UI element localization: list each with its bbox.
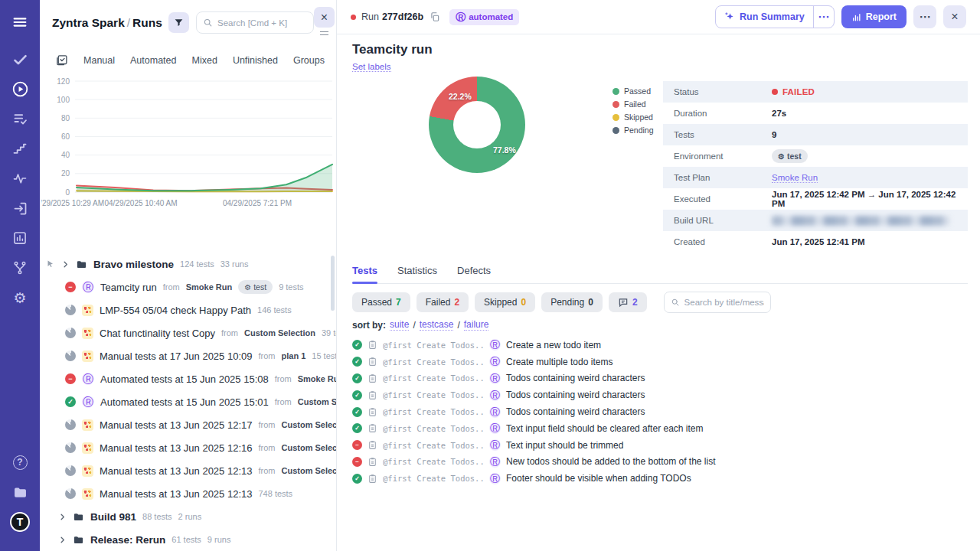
run-row[interactable]: LMP-554 05/04 check Happy Path146 tests [40, 298, 336, 321]
select-all-icon[interactable] [55, 54, 68, 67]
breadcrumb-project[interactable]: Zyntra Spark [52, 16, 125, 29]
comments-filter-chip[interactable]: 2 [609, 292, 647, 312]
automated-icon [489, 439, 501, 451]
from-label: from [258, 443, 275, 452]
passed-slice-label: 77.8% [493, 145, 516, 155]
bar-chart-icon [851, 12, 861, 22]
source-plan-name: Custom Selection [244, 328, 315, 337]
folder-icon[interactable] [10, 482, 30, 502]
panel-close-button[interactable] [314, 7, 335, 28]
tab-tests[interactable]: Tests [352, 265, 377, 283]
chart-box-icon[interactable] [10, 228, 30, 248]
more-actions-button[interactable] [913, 5, 936, 28]
run-row[interactable]: Manual tests at 17 Jun 2025 10:09frompla… [40, 344, 336, 367]
source-plan-name: Smoke Run [186, 282, 233, 292]
list-check-icon[interactable] [10, 109, 30, 129]
status-neutral-icon [65, 328, 76, 338]
test-row[interactable]: @first Create Todos...Todos containing w… [352, 403, 969, 420]
tab-statistics[interactable]: Statistics [397, 265, 437, 283]
test-row[interactable]: @first Create Todos...Todos containing w… [352, 386, 969, 403]
tab-mixed[interactable]: Mixed [192, 55, 217, 66]
copy-run-id-button[interactable] [430, 11, 440, 22]
run-row[interactable]: Manual tests at 13 Jun 2025 12:16fromCus… [40, 436, 336, 459]
results-donut-chart: 22.2% 77.8% [427, 75, 527, 174]
sort-by-failure[interactable]: failure [464, 319, 489, 331]
test-row[interactable]: @first Create Todos...Create multiple to… [352, 354, 969, 370]
run-summary-more-button[interactable] [813, 6, 834, 28]
run-summary-button[interactable]: Run Summary [716, 6, 813, 28]
tests-search-input[interactable] [684, 298, 764, 307]
test-plan-link[interactable]: Smoke Run [772, 173, 818, 183]
svg-text:40: 40 [61, 151, 70, 159]
test-row[interactable]: @first Create Todos...Todos containing w… [352, 370, 969, 387]
status-failed-icon [65, 282, 76, 292]
report-button[interactable]: Report [841, 5, 906, 28]
scrollbar-thumb[interactable] [331, 256, 335, 311]
filter-chip-pending[interactable]: Pending0 [541, 292, 603, 312]
tab-automated[interactable]: Automated [130, 55, 176, 66]
test-row[interactable]: @first Create Todos...Create a new todo … [352, 337, 969, 354]
gear-icon[interactable] [10, 288, 30, 308]
sort-by-testcase[interactable]: testcase [420, 319, 454, 331]
collapse-icon[interactable] [320, 31, 328, 35]
run-row[interactable]: Teamcity runfromSmoke Runtest9 tests [40, 276, 336, 298]
clipboard-icon [368, 457, 377, 467]
automated-icon [489, 406, 501, 418]
run-row[interactable]: Manual tests at 13 Jun 2025 12:13fromCus… [40, 459, 336, 482]
automated-badge[interactable]: automated [449, 9, 519, 25]
manual-run-icon [82, 442, 93, 454]
run-row[interactable]: Manual tests at 13 Jun 2025 12:17fromCus… [40, 413, 336, 436]
run-name: Automated tests at 15 Jun 2025 15:08 [100, 373, 269, 385]
source-plan-name: plan 1 [281, 351, 305, 360]
filter-chip-passed[interactable]: Passed7 [352, 292, 410, 312]
run-detail-panel: Run 277df26b automated Run Summary Repor… [337, 0, 980, 551]
help-icon[interactable] [10, 452, 30, 472]
steps-icon[interactable] [10, 139, 30, 158]
test-suite-path: @first Create Todos... [383, 357, 484, 367]
automated-icon [489, 356, 501, 367]
runs-search-input[interactable] [217, 18, 307, 28]
folder-row[interactable]: Release: Rerun61 tests9 runs [40, 528, 336, 551]
environment-badge: test [238, 280, 273, 294]
testomat-logo[interactable] [10, 512, 30, 532]
test-row[interactable]: @first Create Todos...Text input field s… [352, 420, 969, 437]
sort-by-suite[interactable]: suite [390, 319, 409, 331]
automated-icon [82, 281, 94, 293]
folder-row[interactable]: Build 98188 tests2 runs [40, 505, 336, 528]
folder-row[interactable]: Bravo milestone124 tests33 runs [40, 253, 336, 276]
detail-label: Duration [674, 109, 772, 118]
status-failed-icon [352, 440, 362, 450]
tab-unfinished[interactable]: Unfinished [233, 55, 278, 66]
test-row[interactable]: @first Create Todos...Footer should be v… [352, 470, 969, 487]
test-title: Todos containing weird characters [506, 406, 645, 417]
run-row[interactable]: Automated tests at 15 Jun 2025 15:01from… [40, 390, 336, 413]
run-row[interactable]: Chat functinality test CopyfromCustom Se… [40, 321, 336, 344]
import-icon[interactable] [10, 198, 30, 218]
sort-by-label: sort by: [352, 320, 386, 331]
test-row[interactable]: @first Create Todos...New todos should b… [352, 454, 969, 471]
filter-chip-failed[interactable]: Failed2 [416, 292, 469, 312]
chip-count: 7 [396, 297, 401, 308]
run-name: Manual tests at 13 Jun 2025 12:13 [100, 488, 252, 500]
test-row[interactable]: @first Create Todos...Text input should … [352, 437, 969, 454]
tab-defects[interactable]: Defects [457, 265, 491, 283]
status-passed-icon [352, 423, 362, 433]
run-row[interactable]: Manual tests at 13 Jun 2025 12:13748 tes… [40, 482, 336, 505]
tab-manual[interactable]: Manual [83, 55, 115, 66]
menu-icon[interactable] [10, 12, 30, 32]
test-suite-path: @first Create Todos... [383, 390, 484, 399]
filter-button[interactable] [168, 12, 189, 33]
close-run-button[interactable] [943, 5, 966, 28]
activity-icon[interactable] [10, 168, 30, 188]
branch-icon[interactable] [10, 258, 30, 278]
status-failed-text: FAILED [772, 87, 815, 96]
filter-chip-skipped[interactable]: Skipped0 [475, 292, 535, 312]
comment-bubble-icon [618, 297, 629, 308]
check-icon[interactable] [10, 49, 30, 69]
folder-runs-count: 9 runs [207, 535, 231, 544]
run-row[interactable]: Automated tests at 15 Jun 2025 15:08from… [40, 367, 336, 390]
tab-groups[interactable]: Groups [293, 55, 325, 66]
play-circle-icon[interactable] [10, 79, 30, 99]
ellipsis-icon [920, 11, 931, 23]
set-labels-link[interactable]: Set labels [352, 62, 391, 72]
